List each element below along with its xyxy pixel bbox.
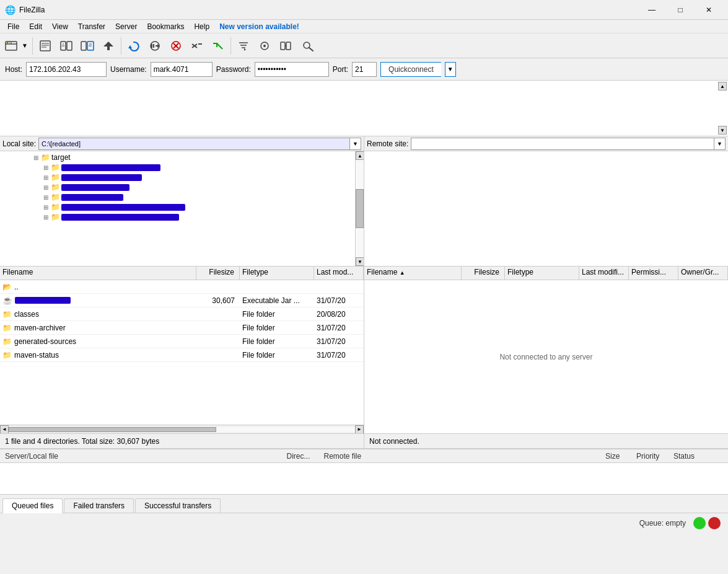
col-filesize-remote[interactable]: Filesize [462,267,505,280]
username-label: Username: [110,65,147,74]
password-input[interactable] [255,62,329,77]
toggle-transfer-queue-button[interactable] [99,36,118,56]
table-row[interactable]: ☕ 30,607 Executable Jar ... 31/07/20 [0,294,364,307]
menu-file[interactable]: File [2,21,24,32]
file-panels: Filename Filesize Filetype Last mod... 📂… [0,267,728,434]
tab-queued-files[interactable]: Queued files [2,498,63,513]
transfer-col-remote: Remote file [324,452,606,461]
separator-2 [121,37,121,55]
site-manager-dropdown[interactable]: ▼ [20,36,30,56]
tree-scroll-thumb[interactable] [356,189,364,228]
quickconnect-dropdown-button[interactable]: ▼ [445,62,456,77]
port-input[interactable] [352,62,377,77]
remote-site-path-dropdown[interactable]: ▼ [714,138,726,150]
start-queue-button[interactable] [693,517,706,529]
transfer-col-size: Size [605,452,636,461]
col-owner-remote[interactable]: Owner/Gr... [678,267,728,280]
transfer-col-priority: Priority [636,452,673,461]
svg-marker-18 [128,45,132,48]
maximize-button[interactable]: □ [666,0,695,20]
reconnect-button[interactable] [208,36,228,56]
col-permissions-remote[interactable]: Permissi... [629,267,678,280]
table-row[interactable]: 📁 classes File folder 20/08/20 [0,307,364,321]
tree-item-redacted-6[interactable]: ⊞ 📁 [1,212,362,222]
menu-bookmarks[interactable]: Bookmarks [142,21,189,32]
sort-arrow-icon: ▲ [400,270,405,276]
local-site-path-input[interactable] [38,138,350,150]
disconnect-button[interactable] [187,36,207,56]
app-icon: 🌐 [5,5,15,15]
tree-item-target[interactable]: ⊞ 📁 target [1,152,362,162]
stop-queue-button[interactable] [708,517,721,529]
tab-successful-transfers[interactable]: Successful transfers [135,498,221,513]
tree-scroll-dn-btn[interactable]: ▼ [356,257,364,266]
local-site-path-dropdown[interactable]: ▼ [350,138,361,150]
remote-site-panel: Remote site: ▼ [364,136,728,266]
remote-status-text: Not connected. [369,437,419,446]
log-scroll-down[interactable]: ▼ [718,126,727,135]
hscroll-right-btn[interactable]: ► [355,425,364,434]
tree-item-redacted-3[interactable]: ⊞ 📁 [1,182,362,192]
redacted-bar [15,297,71,304]
menu-help[interactable]: Help [189,21,214,32]
tree-scroll-up-btn[interactable]: ▲ [356,151,364,160]
close-button[interactable]: ✕ [695,0,723,20]
search-files-button[interactable] [297,36,319,56]
username-input[interactable] [151,62,213,77]
open-site-manager-button[interactable] [2,36,20,56]
tree-item-redacted-2[interactable]: ⊞ 📁 [1,172,362,182]
remote-site-path-input[interactable] [411,138,714,150]
remote-file-list-body: Not connected to any server [364,280,728,433]
tree-item-redacted-1[interactable]: ⊞ 📁 [1,162,362,172]
process-queue-button[interactable] [145,36,165,56]
filter-dialog-button[interactable] [234,36,253,56]
port-label: Port: [333,65,348,74]
table-row[interactable]: 📁 maven-archiver File folder 31/07/20 [0,321,364,335]
tree-item-redacted-5[interactable]: ⊞ 📁 [1,202,362,212]
col-filetype-remote[interactable]: Filetype [505,267,579,280]
folder-icon: 📁 [2,351,12,360]
local-site-bar: Local site: ▼ [0,136,364,151]
minimize-button[interactable]: — [638,0,666,20]
expand-icon: ⊞ [41,203,51,211]
toggle-filter-button[interactable] [255,36,274,56]
quickconnect-button[interactable]: Quickconnect [380,62,441,77]
menu-server[interactable]: Server [110,21,142,32]
col-filename-remote[interactable]: Filename ▲ [364,267,462,280]
toggle-local-tree-button[interactable] [56,36,76,56]
password-label: Password: [216,65,251,74]
hscroll-thumb[interactable] [9,427,216,432]
menu-edit[interactable]: Edit [24,21,47,32]
col-filetype-local[interactable]: Filetype [240,267,314,280]
expand-icon: ⊞ [41,193,51,201]
toggle-message-log-button[interactable] [35,36,55,56]
svg-rect-5 [40,41,50,51]
menu-new-version[interactable]: New version available! [214,21,304,32]
menu-bar: File Edit View Transfer Server Bookmarks… [0,20,728,33]
stop-buttons [693,517,721,529]
table-row[interactable]: 📂 .. [0,280,364,294]
hscroll-left-btn[interactable]: ◄ [0,425,9,434]
tree-item-redacted-4[interactable]: ⊞ 📁 [1,192,362,202]
local-tree-area: ⊞ 📁 target ⊞ 📁 ⊞ 📁 ⊞ 📁 ⊞ 📁 [0,151,364,266]
remote-file-panel: Filename ▲ Filesize Filetype Last modifi… [364,267,728,433]
table-row[interactable]: 📁 generated-sources File folder 31/07/20 [0,335,364,348]
table-row[interactable]: 📁 maven-status File folder 31/07/20 [0,348,364,362]
menu-view[interactable]: View [47,21,73,32]
redacted-bar [61,214,179,221]
redacted-bar [61,194,123,201]
col-filesize-local[interactable]: Filesize [196,267,240,280]
stop-button[interactable] [166,36,186,56]
separator-1 [32,37,33,55]
menu-transfer[interactable]: Transfer [73,21,110,32]
toggle-remote-tree-button[interactable] [77,36,97,56]
col-lastmod-remote[interactable]: Last modifi... [579,267,629,280]
col-filename-local[interactable]: Filename [0,267,196,280]
host-input[interactable] [26,62,107,77]
sync-browsing-button[interactable] [276,36,296,56]
tab-failed-transfers[interactable]: Failed transfers [64,498,134,513]
refresh-button[interactable] [124,36,144,56]
col-lastmod-local[interactable]: Last mod... [314,267,364,280]
transfer-col-status: Status [673,452,723,461]
log-scroll-up[interactable]: ▲ [718,82,727,91]
